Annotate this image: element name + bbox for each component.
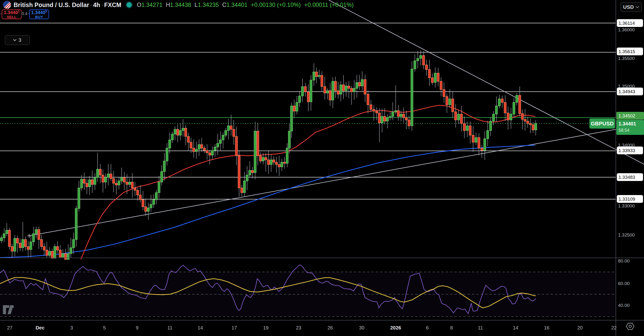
time-axis-label: 17: [232, 325, 237, 331]
exchange-label: FXCM: [104, 1, 121, 8]
currency-dropdown[interactable]: USD: [620, 2, 642, 12]
candle-down: [504, 102, 506, 113]
candle-down: [455, 112, 457, 120]
candle-down: [83, 179, 86, 183]
candle-down: [370, 105, 372, 109]
sell-label: SELL: [7, 15, 16, 19]
chart-canvas[interactable]: 1.360001.355001.350001.340001.330001.325…: [0, 0, 644, 336]
candle-up: [313, 72, 315, 80]
sell-price-sup: 1: [18, 10, 20, 13]
candle-down: [469, 126, 472, 135]
candle-up: [262, 157, 264, 161]
candle-up: [492, 114, 495, 121]
candle-up: [395, 111, 397, 112]
candle-down: [334, 81, 337, 91]
candle-down: [185, 128, 187, 136]
candle-up: [381, 116, 383, 123]
candle-up: [249, 170, 251, 175]
candle-up: [180, 130, 182, 135]
candle-up: [510, 114, 512, 120]
candle-down: [257, 131, 259, 155]
candle-up: [107, 174, 110, 177]
candle-down: [342, 85, 345, 91]
green-level-pill-text: 1.34502: [618, 113, 635, 118]
candle-down: [8, 230, 11, 247]
time-axis-label: 5: [103, 325, 106, 331]
candle-down: [56, 247, 59, 250]
candle-down: [426, 65, 428, 69]
candle-up: [172, 134, 174, 140]
candle-up: [389, 116, 391, 118]
time-axis-label: 30: [359, 325, 364, 331]
candle-down: [321, 75, 323, 87]
candle-down: [102, 175, 104, 182]
time-axis[interactable]: 27Dec359111417192326302026681114162022: [7, 325, 616, 331]
price-level-pill-text: 1.35615: [618, 49, 635, 54]
candle-up: [484, 139, 486, 150]
candle-down: [481, 148, 483, 150]
price-level-pill-text: 1.33933: [618, 148, 635, 153]
candle-up: [296, 102, 298, 111]
candle-down: [16, 238, 19, 243]
candle-up: [158, 182, 160, 193]
candle-down: [115, 183, 118, 185]
time-axis-label: 26: [328, 325, 333, 331]
price-axis[interactable]: 1.360001.355001.350001.340001.330001.325…: [616, 19, 644, 308]
candle-down: [206, 150, 208, 153]
candle-up: [198, 145, 200, 149]
candle-up: [67, 254, 70, 259]
candle-down: [19, 243, 21, 248]
candle-up: [290, 106, 293, 131]
interval-label[interactable]: 4h: [93, 1, 100, 8]
candle-up: [513, 102, 515, 114]
candle-up: [62, 254, 64, 257]
price-level-pill-text: 1.33483: [618, 175, 635, 180]
buy-button[interactable]: 1.34405 BUY: [29, 9, 49, 19]
price-axis-label: 80.00: [618, 258, 630, 264]
candle-up: [298, 96, 301, 103]
tradingview-chart-window: 1.360001.355001.350001.340001.330001.325…: [0, 0, 644, 336]
candle-down: [478, 138, 480, 148]
candle-down: [437, 73, 439, 81]
sell-button[interactable]: 1.34401 SELL: [2, 9, 22, 19]
candle-up: [498, 99, 500, 106]
symbol-title[interactable]: British Pound / U.S. Dollar·4h·FXCM: [14, 1, 121, 8]
pane-settings-icon[interactable]: [626, 323, 634, 330]
candle-up: [244, 181, 246, 193]
candle-up: [54, 247, 56, 258]
descending-resistance-trendline[interactable]: [329, 0, 644, 164]
candle-down: [24, 239, 27, 247]
candle-up: [345, 86, 347, 90]
candle-down: [126, 182, 128, 185]
candle-up: [147, 208, 150, 211]
price-level-pill-text: 1.34943: [618, 89, 635, 94]
change-value: +0.00011 (+0.01%): [304, 1, 354, 8]
candle-up: [32, 234, 35, 242]
candle-down: [284, 162, 286, 163]
market-status-icon[interactable]: [125, 1, 133, 9]
candles-count-dropdown[interactable]: 3: [5, 35, 30, 45]
candle-down: [316, 72, 318, 76]
candle-down: [276, 162, 278, 164]
chevron-down-icon: [636, 6, 639, 8]
candle-down: [123, 177, 126, 182]
candle-down: [43, 247, 46, 250]
tradingview-logo-glyph: [11, 305, 14, 308]
time-axis-label: 11: [168, 325, 172, 331]
candle-up: [254, 131, 256, 173]
candle-down: [230, 126, 232, 129]
candle-up: [70, 248, 72, 254]
candle-down: [446, 97, 448, 105]
candle-down: [110, 174, 112, 179]
time-axis-label: 9: [136, 325, 138, 331]
price-axis-label: 60.00: [618, 281, 630, 286]
candle-up: [332, 81, 334, 100]
candle-down: [519, 95, 521, 113]
time-axis-label: 11: [478, 325, 483, 331]
candle-down: [408, 120, 410, 126]
hexagon-icon: [626, 323, 634, 330]
ohlc-item: O1.34271: [137, 1, 162, 8]
candlestick-series[interactable]: [0, 50, 537, 259]
candle-down: [145, 207, 147, 211]
candle-up: [270, 160, 272, 164]
